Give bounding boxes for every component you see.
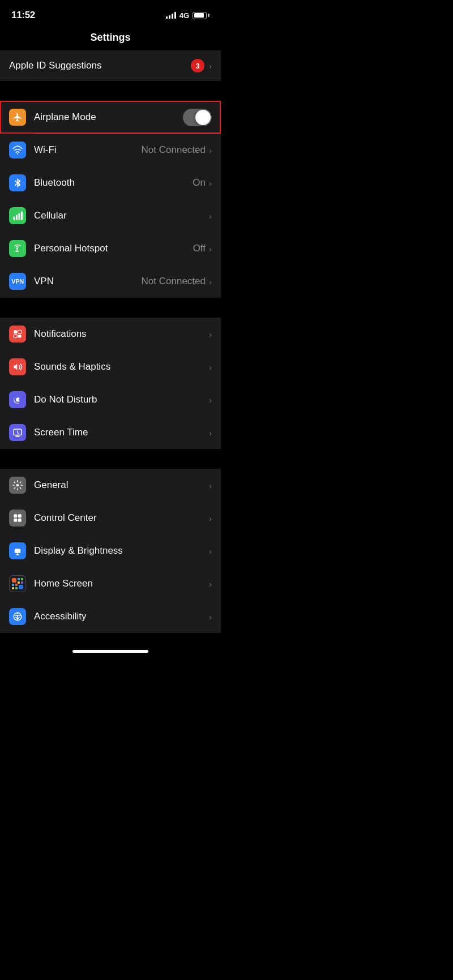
svg-rect-19: [18, 581, 20, 584]
sounds-haptics-icon: [9, 358, 26, 375]
page-title: Settings: [0, 27, 221, 50]
accessibility-icon: [9, 608, 26, 625]
vpn-icon: VPN: [9, 273, 26, 290]
control-center-svg: [12, 513, 23, 523]
display-brightness-label: Display & Brightness: [34, 545, 209, 557]
wifi-value: Not Connected: [142, 144, 206, 156]
home-bar: [72, 650, 148, 653]
display-brightness-icon: [9, 542, 26, 559]
bluetooth-icon: [9, 174, 26, 191]
display-svg: [12, 546, 23, 556]
svg-rect-6: [14, 330, 17, 333]
bluetooth-chevron-icon: ›: [209, 178, 212, 188]
section-divider-3: [0, 449, 221, 469]
screen-time-chevron-icon: ›: [209, 428, 212, 438]
home-screen-icon: [9, 575, 26, 592]
cellular-icon: [9, 207, 26, 224]
status-bar: 11:52 4G: [0, 0, 221, 27]
vpn-label: VPN: [34, 276, 142, 287]
svg-rect-13: [18, 514, 22, 517]
notifications-section: Notifications › Sounds & Haptics › Do No…: [0, 318, 221, 449]
battery-fill: [194, 13, 204, 18]
sounds-haptics-chevron-icon: ›: [209, 362, 212, 372]
control-center-label: Control Center: [34, 512, 209, 524]
airplane-svg: [12, 112, 23, 122]
bluetooth-label: Bluetooth: [34, 177, 193, 189]
sounds-haptics-label: Sounds & Haptics: [34, 361, 209, 373]
battery-body: [193, 12, 207, 19]
personal-hotspot-icon: [9, 240, 26, 257]
airplane-mode-label: Airplane Mode: [34, 112, 183, 123]
status-time: 11:52: [11, 10, 35, 21]
vpn-row[interactable]: VPN VPN Not Connected ›: [0, 265, 221, 298]
personal-hotspot-row[interactable]: Personal Hotspot Off ›: [0, 232, 221, 265]
screen-time-row[interactable]: Screen Time ›: [0, 416, 221, 449]
svg-rect-14: [14, 519, 17, 522]
svg-rect-3: [19, 213, 20, 220]
apple-id-chevron-icon: ›: [209, 61, 212, 71]
svg-rect-25: [19, 585, 23, 589]
svg-rect-7: [18, 330, 22, 333]
accessibility-chevron-icon: ›: [209, 612, 212, 622]
svg-rect-4: [21, 212, 23, 220]
battery-icon: [193, 12, 210, 19]
home-screen-chevron-icon: ›: [209, 579, 212, 589]
wifi-row[interactable]: Wi-Fi Not Connected ›: [0, 134, 221, 166]
control-center-chevron-icon: ›: [209, 513, 212, 523]
svg-rect-1: [14, 217, 15, 220]
airplane-mode-toggle[interactable]: [183, 109, 212, 126]
notifications-label: Notifications: [34, 328, 209, 340]
svg-rect-24: [15, 587, 18, 589]
apple-id-suggestions-row[interactable]: Apple ID Suggestions 3 ›: [0, 50, 221, 81]
wifi-icon: [9, 142, 26, 159]
home-screen-label: Home Screen: [34, 578, 209, 589]
do-not-disturb-label: Do Not Disturb: [34, 394, 209, 405]
svg-rect-23: [12, 587, 14, 589]
bluetooth-value: On: [193, 177, 206, 189]
cellular-label: Cellular: [34, 210, 209, 221]
hotspot-svg: [12, 243, 23, 254]
svg-point-0: [17, 153, 18, 155]
general-row[interactable]: General ›: [0, 469, 221, 502]
display-brightness-chevron-icon: ›: [209, 546, 212, 556]
svg-point-11: [16, 484, 19, 487]
do-not-disturb-icon: [9, 391, 26, 408]
screen-time-icon: [9, 424, 26, 441]
svg-rect-16: [12, 578, 16, 583]
svg-rect-15: [18, 519, 22, 522]
home-screen-row[interactable]: Home Screen ›: [0, 567, 221, 600]
home-screen-svg: [11, 577, 24, 590]
screen-time-label: Screen Time: [34, 427, 209, 438]
wifi-chevron-icon: ›: [209, 145, 212, 155]
general-icon: [9, 477, 26, 494]
apple-id-badge: 3: [191, 59, 204, 72]
signal-bar-3: [172, 14, 173, 19]
svg-point-9: [18, 335, 22, 338]
accessibility-svg: [12, 611, 23, 622]
bluetooth-row[interactable]: Bluetooth On ›: [0, 166, 221, 199]
personal-hotspot-chevron-icon: ›: [209, 244, 212, 254]
cellular-row[interactable]: Cellular ›: [0, 199, 221, 232]
accessibility-row[interactable]: Accessibility ›: [0, 600, 221, 633]
dnd-svg: [12, 395, 23, 405]
control-center-row[interactable]: Control Center ›: [0, 502, 221, 534]
signal-bar-4: [174, 12, 176, 19]
connectivity-section: Airplane Mode Wi-Fi Not Connected › Blue…: [0, 101, 221, 298]
personal-hotspot-value: Off: [193, 243, 206, 254]
airplane-mode-row[interactable]: Airplane Mode: [0, 101, 221, 134]
general-svg: [12, 480, 23, 490]
wifi-label: Wi-Fi: [34, 144, 142, 156]
apple-id-section: Apple ID Suggestions 3 ›: [0, 50, 221, 81]
svg-rect-20: [21, 581, 23, 584]
notifications-row[interactable]: Notifications ›: [0, 318, 221, 350]
do-not-disturb-row[interactable]: Do Not Disturb ›: [0, 383, 221, 416]
notifications-svg: [12, 329, 23, 339]
battery-cap: [208, 14, 210, 17]
signal-bar-1: [166, 16, 168, 19]
status-icons: 4G: [166, 11, 210, 20]
svg-rect-18: [21, 578, 23, 580]
display-brightness-row[interactable]: Display & Brightness ›: [0, 534, 221, 567]
home-bar-area: [0, 633, 221, 664]
sounds-haptics-row[interactable]: Sounds & Haptics ›: [0, 350, 221, 383]
display-section: General › Control Center › Display & Bri…: [0, 469, 221, 633]
